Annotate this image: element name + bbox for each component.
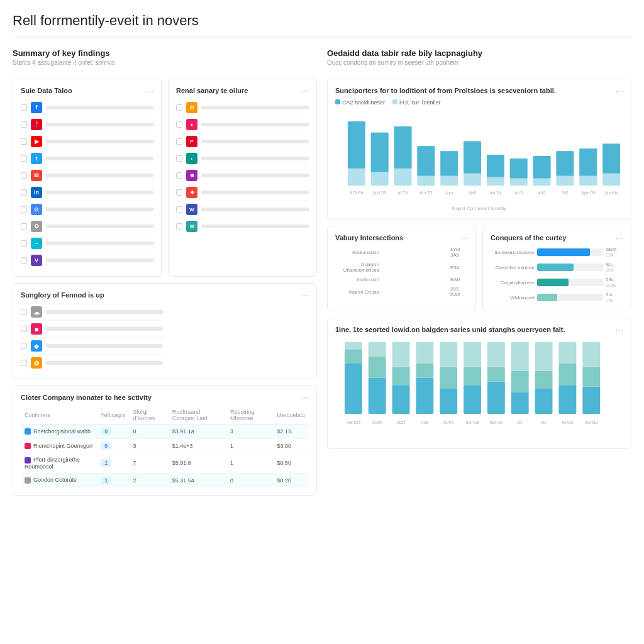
checkbox[interactable] (21, 155, 27, 162)
vabury-menu[interactable]: ··· (460, 233, 469, 243)
left-section-header: Summary of key findings Starcs 4 assugal… (13, 48, 317, 72)
bar-row: Caaclthol minture S/L29N (491, 262, 623, 273)
stacked-chart-menu[interactable]: ··· (615, 325, 625, 335)
checkbox[interactable] (176, 206, 182, 213)
bar-x-label: 2t5 (518, 420, 523, 425)
item-icon: ✉ (186, 221, 197, 232)
stacked-bar-segment (558, 364, 576, 385)
checkbox[interactable] (21, 343, 27, 349)
stacked-bar-segment (511, 392, 529, 414)
checkbox[interactable] (21, 360, 27, 366)
main-layout: Summary of key findings Starcs 4 assugal… (13, 48, 631, 496)
checkbox[interactable] (176, 104, 182, 111)
stacked-bar-segment (416, 342, 433, 364)
table-card-menu[interactable]: ··· (301, 392, 310, 402)
bar-label: Ar I5 (514, 191, 523, 195)
table-header-cell: Slorgi d'Aorces (129, 406, 168, 425)
table-cell: 1 (97, 453, 129, 474)
bar-foreground (487, 155, 504, 177)
bar-fill (537, 248, 590, 256)
stacked-bar-segment (511, 370, 529, 392)
card2-menu[interactable]: ··· (301, 86, 310, 96)
stacked-bar-segment (392, 342, 410, 367)
yt-icon: ▶ (31, 136, 42, 147)
checkbox[interactable] (176, 189, 182, 196)
table-cell: $5.31.54 (169, 473, 226, 487)
list-item: ❖ (176, 184, 309, 201)
text-bar (46, 258, 153, 262)
bar-fill (537, 264, 574, 271)
checkbox[interactable] (21, 257, 27, 264)
vabury-title: Vabury Intersections (335, 234, 468, 242)
bar-label: WMoiooret (491, 295, 535, 301)
checkbox[interactable] (21, 240, 27, 247)
table-cell: $3.00 (273, 439, 309, 453)
bar-foreground (579, 148, 597, 175)
table-cell: 2 (129, 473, 168, 487)
right-section-subtitle: Oucc condons an sumiry in soeser uth poo… (327, 59, 631, 66)
table-cell: $2.1S (273, 425, 309, 439)
bar-tracks (382, 291, 448, 292)
checkbox[interactable] (21, 326, 27, 332)
list-item: P (176, 133, 309, 150)
checkbox[interactable] (21, 223, 27, 230)
fb-icon: f (31, 102, 42, 113)
table-cell: 7 (129, 453, 168, 474)
checkbox[interactable] (176, 138, 182, 145)
checkbox[interactable] (21, 309, 27, 315)
list-item: in (21, 184, 153, 201)
stacked-bar-svg: Aoil S56AomhA625AufsAUPARoil CatNOt Cis2… (335, 338, 623, 439)
card-renal: Renal sanary te oilure ··· ⏱♦P▪✱❖W✉ (168, 79, 317, 277)
bar-row: Inodoeingrisoores SEM22A (491, 247, 623, 258)
stacked-bar-segment (369, 357, 386, 378)
bar-fill (537, 294, 557, 301)
bar-x-label: A625 (397, 420, 406, 425)
table-cell: 1 (226, 453, 273, 474)
table-cell: 0 (129, 425, 168, 439)
checkbox[interactable] (21, 121, 27, 128)
card-top-bar-chart: Sunciporters for to loditiont of from Pr… (327, 79, 631, 219)
table-row: Rhetchorgisional wabb00$3.91.1a3$2.1S (21, 425, 309, 439)
checkbox[interactable] (176, 223, 182, 230)
checkbox[interactable] (21, 138, 27, 145)
text-bar (46, 157, 153, 160)
bar-label: AUTN (397, 191, 408, 195)
top-chart-menu[interactable]: ··· (615, 86, 625, 96)
bar-foreground (556, 151, 574, 175)
checkbox[interactable] (176, 172, 182, 179)
card3-menu[interactable]: ··· (301, 290, 310, 300)
card3-title: Sunglory of Fennod is up (21, 291, 309, 299)
checkbox[interactable] (21, 206, 27, 213)
table-cell: 3 (226, 425, 273, 439)
bar-x-label: Aomh (372, 420, 382, 425)
li-icon: in (31, 187, 42, 198)
checkbox[interactable] (21, 189, 27, 196)
text-bar (201, 174, 309, 177)
bar-x-label: Roil Cat (465, 420, 479, 425)
checkbox[interactable] (21, 172, 27, 179)
bar-track (537, 248, 603, 256)
checkbox[interactable] (21, 104, 27, 111)
card-conquers: Conquers of the curtey ··· Inodoeingriso… (482, 226, 631, 311)
text-bar (46, 361, 163, 365)
table-cell: 0 (97, 425, 129, 439)
checkbox[interactable] (176, 155, 182, 162)
text-bar (46, 225, 153, 228)
table-card-title: Cloter Company inonater to hee sctivity (21, 394, 309, 401)
bar-foreground (371, 133, 389, 172)
stacked-chart-title: 1ine, 1te seorted lowid.on baigden sarie… (335, 326, 623, 333)
card1-menu[interactable]: ··· (145, 86, 155, 96)
stacked-bar-segment (487, 367, 505, 382)
table-cell: 1 (97, 473, 129, 487)
company-name-cell: Rhetchorgisional wabb (21, 425, 97, 439)
legend-item: CA2 bnokllineser (335, 99, 385, 106)
card2-list: ⏱♦P▪✱❖W✉ (176, 99, 309, 235)
list-item: G (21, 201, 153, 218)
checkbox[interactable] (176, 121, 182, 128)
stacked-bar-segment (369, 378, 386, 414)
bar-foreground (440, 151, 458, 175)
conquers-menu[interactable]: ··· (615, 233, 625, 243)
bar-x-label: AUPA (443, 420, 453, 425)
bar-val: 29SDA5 (450, 286, 468, 297)
item-icon: ■ (31, 323, 42, 335)
